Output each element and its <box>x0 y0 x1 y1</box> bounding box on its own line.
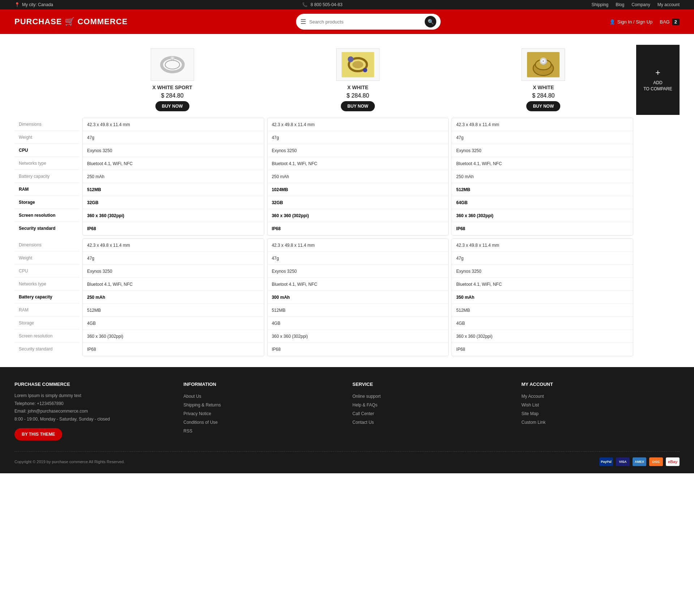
product-price-2: $ 284.80 <box>532 92 554 99</box>
myaccount-link[interactable]: My account <box>657 2 680 7</box>
footer-about-link[interactable]: About Us <box>184 392 342 401</box>
val-net-p2-g2: Bluetoot 4.1, WiFi, NFC <box>452 278 633 291</box>
spec-values-p0-g2: 42.3 x 49.8 x 11.4 mm 47g Exynos 3250 Bl… <box>82 238 264 356</box>
footer-conditions-link[interactable]: Conditions of Use <box>184 418 342 427</box>
footer-site-map-link[interactable]: Site Map <box>522 409 680 418</box>
val-cpu-p1-g1: Exynos 3250 <box>267 144 449 157</box>
logo-text-1: PURCHASE <box>14 17 62 26</box>
footer-privacy-link[interactable]: Privacy Notice <box>184 409 342 418</box>
val-ram-p2-g2: 512MB <box>452 304 633 317</box>
label-weight-1: Weight <box>14 131 80 144</box>
blog-link[interactable]: Blog <box>616 2 624 7</box>
val-net-p1-g2: Bluetoot 4.1, WiFi, NFC <box>267 278 449 291</box>
val-sec-p2-g1: IP68 <box>452 222 633 235</box>
label-dimensions-2: Dimensions <box>14 238 80 251</box>
empty-spec-col-2 <box>636 238 680 356</box>
bag-button[interactable]: BAG 2 <box>660 18 680 25</box>
val-sto-p0-g2: 4GB <box>83 317 264 330</box>
footer-wish-list-link[interactable]: Wish List <box>522 401 680 409</box>
bag-count: 2 <box>672 18 680 25</box>
paypal-icon: PayPal <box>599 457 613 466</box>
search-button[interactable]: 🔍 <box>425 16 436 27</box>
top-bar-center: 📞 8 800 505-04-83 <box>302 2 342 7</box>
label-ram-2: RAM <box>14 303 80 316</box>
footer-brand-title: PURCHASE COMMERCE <box>14 382 173 387</box>
svg-point-3 <box>171 57 174 59</box>
footer-custom-link[interactable]: Custom Link <box>522 418 680 427</box>
footer-help-link[interactable]: Help & FAQs <box>352 401 511 409</box>
ebay-icon: eBay <box>666 457 680 466</box>
svg-point-14 <box>543 60 544 62</box>
amex-icon: AMEX <box>633 457 646 466</box>
footer-service-section: SERVICE Online support Help & FAQs Call … <box>352 382 511 440</box>
val-dim-p1-g1: 42.3 x 49.8 x 11.4 mm <box>267 118 449 131</box>
footer-my-account-link[interactable]: My Account <box>522 392 680 401</box>
label-screen-2: Screen resolution <box>14 329 80 343</box>
svg-point-7 <box>348 56 354 62</box>
val-ram-p1-g1: 1024MB <box>267 183 449 196</box>
label-dimensions-1: Dimensions <box>14 118 80 131</box>
val-bat-p2-g1: 250 mAh <box>452 170 633 183</box>
by-theme-button[interactable]: BY THIS THEME <box>14 428 62 440</box>
val-dim-p0-g2: 42.3 x 49.8 x 11.4 mm <box>83 239 264 252</box>
val-scr-p1-g2: 360 x 360 (302ppi) <box>267 330 449 343</box>
spec-values-p2-g1: 42.3 x 49.8 x 11.4 mm 47g Exynos 3250 Bl… <box>451 118 633 236</box>
svg-point-1 <box>165 60 180 69</box>
val-bat-p1-g1: 250 mAh <box>267 170 449 183</box>
search-bar: ☰ 🔍 <box>296 14 441 30</box>
header-right: 👤 Sign In / Sign Up BAG 2 <box>609 18 680 25</box>
val-sto-p2-g1: 64GB <box>452 196 633 209</box>
product-name-1: X WHITE <box>347 85 368 90</box>
footer-telephone: Telephone: +1234567890 <box>14 400 173 408</box>
sign-in-label: Sign In / Sign Up <box>617 19 653 25</box>
val-sec-p0-g1: IP68 <box>83 222 264 235</box>
val-bat-p2-g2: 350 mAh <box>452 291 633 304</box>
top-bar: 📍 My city: Canada 📞 8 800 505-04-83 Ship… <box>0 0 694 9</box>
menu-icon[interactable]: ☰ <box>300 18 306 26</box>
val-wt-p0-g2: 47g <box>83 252 264 265</box>
val-wt-p1-g1: 47g <box>267 131 449 144</box>
val-ram-p2-g1: 512MB <box>452 183 633 196</box>
val-net-p0-g1: Bluetoot 4.1, WiFi, NFC <box>83 157 264 170</box>
footer-call-center-link[interactable]: Call Center <box>352 409 511 418</box>
spec-values-p1-g1: 42.3 x 49.8 x 11.4 mm 47g Exynos 3250 Bl… <box>267 118 449 236</box>
val-wt-p2-g1: 47g <box>452 131 633 144</box>
footer-rss-link[interactable]: RSS <box>184 427 342 435</box>
city-label: My city: Canada <box>22 2 53 7</box>
sign-in-button[interactable]: 👤 Sign In / Sign Up <box>609 19 653 25</box>
footer-shipping-link[interactable]: Shipping & Returns <box>184 401 342 409</box>
val-ram-p1-g2: 512MB <box>267 304 449 317</box>
product-price-0: $ 284.80 <box>161 92 184 99</box>
footer-account-section: MY ACCOUNT My Account Wish List Site Map… <box>522 382 680 440</box>
phone-icon: 📞 <box>302 2 308 7</box>
label-networks-2: Networks type <box>14 277 80 290</box>
search-input[interactable] <box>309 19 425 25</box>
buy-button-1[interactable]: BUY NOW <box>341 101 375 111</box>
val-ram-p0-g1: 512MB <box>83 183 264 196</box>
header: PURCHASE 🛒 COMMERCE ☰ 🔍 👤 Sign In / Sign… <box>0 9 694 34</box>
footer-info-title: INFORMATION <box>184 382 342 387</box>
phone-number: 8 800 505-04-83 <box>310 2 342 7</box>
label-ram-1: RAM <box>14 183 80 196</box>
empty-header-col <box>14 45 80 115</box>
buy-button-2[interactable]: BUY NOW <box>526 101 560 111</box>
product-image-1 <box>336 48 380 81</box>
add-to-compare-button[interactable]: + ADDTO COMPARE <box>636 45 680 115</box>
buy-button-0[interactable]: BUY NOW <box>155 101 189 111</box>
spec-values-p0-g1: 42.3 x 49.8 x 11.4 mm 47g Exynos 3250 Bl… <box>82 118 264 236</box>
val-cpu-p0-g2: Exynos 3250 <box>83 265 264 278</box>
label-cpu-2: CPU <box>14 264 80 277</box>
footer-contact-link[interactable]: Contact Us <box>352 418 511 427</box>
val-sec-p0-g2: IP68 <box>83 343 264 356</box>
discover-icon: DISC <box>649 457 663 466</box>
location-icon: 📍 <box>14 2 20 7</box>
footer-description: Lorem Ipsum is simply dummy text <box>14 392 173 400</box>
company-link[interactable]: Company <box>631 2 650 7</box>
label-security-1: Security standard <box>14 222 80 235</box>
footer-online-support-link[interactable]: Online support <box>352 392 511 401</box>
shipping-link[interactable]: Shipping <box>592 2 609 7</box>
plus-icon: + <box>655 68 660 78</box>
val-sec-p1-g2: IP68 <box>267 343 449 356</box>
val-net-p1-g1: Bluetoot 4.1, WiFi, NFC <box>267 157 449 170</box>
val-scr-p2-g1: 360 x 360 (302ppi) <box>452 209 633 222</box>
